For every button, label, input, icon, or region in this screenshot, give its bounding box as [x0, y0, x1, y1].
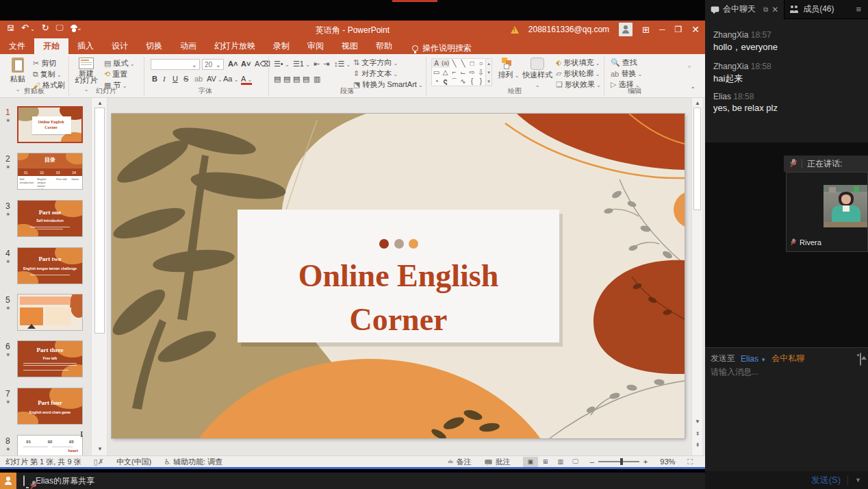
- quick-styles-button[interactable]: 快速样式: [522, 58, 553, 88]
- ribbon-display-options-icon[interactable]: ⊞: [642, 25, 650, 35]
- numbering-button[interactable]: ☰1: [293, 60, 310, 68]
- canvas-scrollbar[interactable]: ▲ ▼ ⇞ ⇟: [691, 98, 702, 455]
- shape-arrow-down-icon[interactable]: ⇩: [476, 68, 485, 77]
- message-input[interactable]: [711, 367, 861, 377]
- strikethrough-button[interactable]: S: [183, 75, 188, 83]
- tab-record[interactable]: 录制: [264, 38, 298, 54]
- fit-slide-button[interactable]: ⛶: [687, 457, 693, 466]
- normal-view-button[interactable]: ▣: [523, 457, 538, 467]
- scroll-up-icon[interactable]: ▲: [692, 100, 703, 106]
- shape-pie-icon[interactable]: ◔: [432, 77, 441, 86]
- shape-arrow-right-icon[interactable]: ⇨: [468, 68, 476, 77]
- private-chat-label[interactable]: 会中私聊: [771, 353, 804, 364]
- close-chat-icon[interactable]: ✕: [771, 5, 778, 14]
- account-avatar[interactable]: [619, 23, 633, 36]
- align-text-button[interactable]: ⇕对齐文本: [353, 68, 398, 79]
- slide-thumbnail-4[interactable]: Part two English tongue twister challeng…: [17, 247, 83, 284]
- zoom-slider[interactable]: [598, 461, 639, 462]
- slide[interactable]: Online English Corner: [112, 114, 685, 438]
- align-center-button[interactable]: ▤: [283, 75, 290, 84]
- cut-button[interactable]: ✂剪切: [33, 58, 56, 68]
- tab-transitions[interactable]: 切换: [137, 38, 171, 54]
- shape-textbox2-icon[interactable]: ⒜: [441, 59, 450, 68]
- shape-rounded-rect-icon[interactable]: ▭: [432, 68, 441, 77]
- accessibility-status[interactable]: ♿辅助功能: 调查: [164, 457, 222, 467]
- shape-triangle-icon[interactable]: △: [441, 68, 450, 77]
- next-slide-icon[interactable]: ⇟: [692, 442, 703, 448]
- tab-slideshow[interactable]: 幻灯片放映: [205, 38, 264, 54]
- slide-sorter-view-button[interactable]: ⊞: [538, 457, 553, 467]
- tab-view[interactable]: 视图: [333, 38, 367, 54]
- shape-textbox-icon[interactable]: A: [432, 59, 441, 68]
- scroll-up-icon[interactable]: ▲: [92, 100, 108, 106]
- slide-thumbnail-1[interactable]: Online English Corner: [17, 106, 83, 143]
- line-spacing-button[interactable]: ↕☰: [334, 60, 350, 68]
- replace-button[interactable]: ab替换: [611, 68, 642, 79]
- shape-arrow-line-icon[interactable]: ╲: [459, 59, 468, 68]
- shape-l-icon[interactable]: ⌐: [450, 68, 459, 77]
- shape-fill-button[interactable]: ⬖形状填充: [556, 58, 600, 68]
- copy-button[interactable]: ⧉复制: [33, 69, 62, 79]
- restore-button[interactable]: ❐: [675, 25, 682, 34]
- collapse-ribbon-icon[interactable]: ⌃: [690, 86, 695, 93]
- shape-brace-left-icon[interactable]: {: [468, 77, 476, 86]
- account-email[interactable]: 2088161336@qq.com: [528, 25, 609, 34]
- text-shadow-button[interactable]: ab: [194, 75, 203, 83]
- shape-line-icon[interactable]: ╲: [450, 59, 459, 68]
- tab-file[interactable]: 文件: [0, 38, 34, 54]
- slide-thumbnail-7[interactable]: Part four English word chain game: [17, 388, 83, 425]
- scroll-down-icon[interactable]: ▼: [92, 446, 108, 452]
- slide-thumbnail-2[interactable]: 目录 01020304 Self introductionEnglish ton…: [17, 153, 83, 190]
- tab-animations[interactable]: 动画: [171, 38, 205, 54]
- popout-icon[interactable]: ⧉: [763, 5, 768, 14]
- minimize-button[interactable]: ─: [659, 25, 665, 34]
- slide-thumbnail-5[interactable]: [17, 294, 83, 331]
- send-options-icon[interactable]: ▼: [848, 477, 868, 484]
- scroll-down-icon[interactable]: ▼: [692, 418, 703, 425]
- thumbnail-scrollbar[interactable]: ▲ ▼: [91, 98, 107, 455]
- tab-help[interactable]: 帮助: [367, 38, 401, 54]
- shrink-font-button[interactable]: A˅: [241, 60, 251, 68]
- previous-slide-icon[interactable]: ⇞: [692, 431, 703, 437]
- char-spacing-button[interactable]: AV: [207, 75, 222, 83]
- tab-design[interactable]: 设计: [103, 38, 137, 54]
- find-button[interactable]: 🔍查找: [611, 58, 637, 68]
- zoom-out-button[interactable]: –: [590, 457, 594, 466]
- font-name-select[interactable]: ⌄: [151, 59, 200, 70]
- slide-counter[interactable]: 幻灯片 第 1 张, 共 9 张: [5, 457, 81, 467]
- sharer-avatar[interactable]: [0, 473, 16, 489]
- tab-members[interactable]: 成员(46): [784, 0, 839, 19]
- language-status[interactable]: 中文(中国): [116, 457, 151, 467]
- speaker-video-tile[interactable]: Rivera: [786, 172, 868, 252]
- slide-canvas[interactable]: Online English Corner: [107, 98, 691, 455]
- shapes-scrollbar[interactable]: ▴▾▾: [485, 58, 492, 86]
- reset-button[interactable]: ⟲重置: [104, 69, 127, 79]
- align-right-button[interactable]: ▤: [293, 75, 300, 84]
- image-attach-button[interactable]: [860, 353, 861, 366]
- bold-button[interactable]: B: [152, 75, 157, 83]
- slideshow-view-button[interactable]: 🖵: [568, 457, 583, 467]
- layout-button[interactable]: ▤版式: [104, 58, 134, 68]
- slide-thumbnail-6[interactable]: Part three Free talk: [17, 340, 83, 377]
- send-button[interactable]: 发送(S): [811, 474, 841, 486]
- italic-button[interactable]: I: [163, 75, 166, 83]
- tab-review[interactable]: 审阅: [298, 38, 333, 54]
- text-direction-button[interactable]: ⇅文字方向: [353, 58, 398, 68]
- close-button[interactable]: ✕: [691, 24, 700, 35]
- tab-insert[interactable]: 插入: [68, 38, 103, 54]
- shape-rect-icon[interactable]: □: [468, 59, 476, 68]
- shape-curve-icon[interactable]: ∿: [459, 77, 468, 86]
- slide-thumbnail-8[interactable]: 010203 heart: [17, 435, 83, 455]
- scrollbar-thumb[interactable]: [94, 108, 105, 334]
- bullets-button[interactable]: ☰•: [274, 60, 290, 68]
- tell-me-search[interactable]: 操作说明搜索: [412, 42, 472, 54]
- grow-font-button[interactable]: A˄: [228, 60, 238, 68]
- scrollbar-thumb[interactable]: [693, 108, 701, 210]
- zoom-slider-handle[interactable]: [620, 458, 623, 465]
- justify-button[interactable]: ▤: [303, 75, 309, 84]
- shape-outline-button[interactable]: ▱形状轮廓: [556, 68, 600, 79]
- change-case-button[interactable]: Aa: [223, 75, 238, 83]
- decrease-indent-button[interactable]: ⇤: [314, 60, 320, 68]
- reading-view-button[interactable]: ▥: [553, 457, 568, 467]
- shape-scribble-icon[interactable]: 𝛓: [441, 77, 450, 86]
